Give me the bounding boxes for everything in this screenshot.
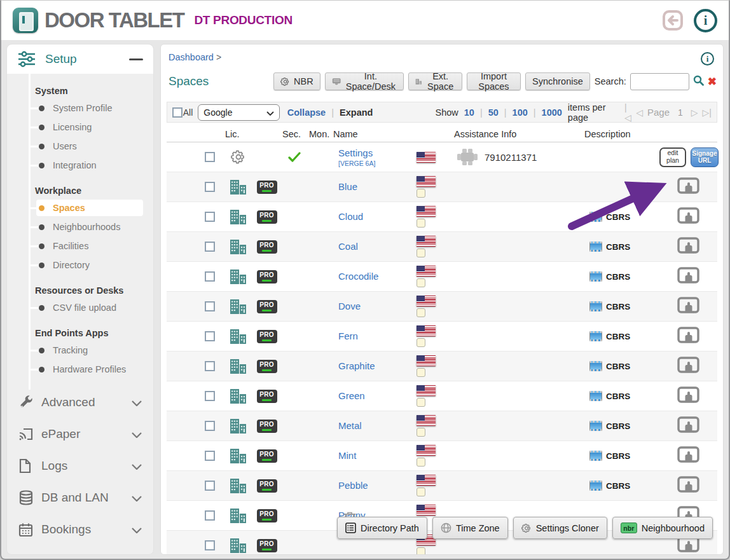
search-input[interactable]: [630, 73, 689, 90]
sidebar-menu-db-and-lan[interactable]: DB and LAN: [7, 482, 153, 514]
sidebar-item-system-profile[interactable]: System Profile: [7, 99, 153, 118]
sidebar-setup-header[interactable]: Setup: [7, 44, 153, 74]
edit-plan-button[interactable]: edit plan: [659, 147, 686, 167]
last-page-icon[interactable]: ▷|: [703, 107, 712, 118]
signage-tablet-icon[interactable]: [677, 327, 700, 346]
footer-toolbar: Directory Path Time Zone Settings Cloner…: [337, 517, 713, 539]
space-name-link[interactable]: Green: [338, 390, 365, 401]
row-checkbox[interactable]: [205, 212, 215, 222]
sidebar-item-neighbourhoods[interactable]: Neighbourhoods: [7, 217, 153, 236]
signage-tablet-icon[interactable]: [677, 386, 700, 406]
first-page-icon[interactable]: |◁: [624, 102, 631, 123]
collapse-minus-icon[interactable]: [129, 58, 143, 60]
description-text: CBRS: [606, 362, 630, 371]
synchronise-button[interactable]: Synchronise: [525, 72, 590, 90]
page-size-10[interactable]: 10: [464, 107, 474, 118]
page-size-1000[interactable]: 1000: [542, 107, 562, 118]
sidebar-item-directory[interactable]: Directory: [7, 256, 153, 275]
row-checkbox[interactable]: [205, 271, 215, 282]
signage-tablet-icon[interactable]: [677, 446, 700, 465]
row-checkbox[interactable]: [205, 242, 215, 252]
space-name-link[interactable]: Settings: [338, 147, 373, 158]
search-icon[interactable]: [693, 75, 704, 88]
row-checkbox[interactable]: [205, 152, 215, 162]
row-flag-checkbox[interactable]: [417, 338, 425, 347]
row-flag-checkbox[interactable]: [417, 189, 425, 198]
space-name-link[interactable]: Crocodile: [338, 271, 378, 282]
sidebar-item-csv-file-upload[interactable]: CSV file upload: [7, 298, 153, 317]
sidebar-item-spaces[interactable]: Spaces: [7, 198, 153, 217]
group-select[interactable]: Google: [198, 104, 279, 121]
time-zone-button[interactable]: Time Zone: [432, 517, 508, 539]
space-name-link[interactable]: Metal: [338, 420, 362, 431]
signage-tablet-icon[interactable]: [677, 237, 700, 256]
space-name-link[interactable]: Blue: [338, 181, 357, 192]
signage-tablet-icon[interactable]: [677, 207, 700, 226]
ext-space-button[interactable]: Ext. Space: [408, 72, 462, 90]
row-checkbox[interactable]: [205, 510, 215, 521]
row-flag-checkbox[interactable]: [417, 368, 425, 377]
row-flag-checkbox[interactable]: [417, 308, 425, 317]
nbr-button[interactable]: NBR: [273, 72, 320, 90]
space-name-link[interactable]: Fern: [338, 331, 358, 341]
row-checkbox[interactable]: [205, 331, 215, 341]
row-flag-checkbox[interactable]: [417, 488, 425, 496]
signage-tablet-icon[interactable]: [677, 476, 700, 495]
int-space-desk-button[interactable]: Int. Space/Desk: [325, 72, 404, 90]
sidebar-item-facilities[interactable]: Facilities: [7, 236, 153, 256]
space-name-link[interactable]: Graphite: [338, 360, 375, 371]
row-checkbox[interactable]: [205, 451, 215, 461]
space-name-link[interactable]: Pebble: [338, 480, 368, 491]
sidebar-item-users[interactable]: Users: [7, 137, 153, 156]
sidebar-item-integration[interactable]: Integration: [7, 156, 153, 175]
row-checkbox[interactable]: [205, 540, 215, 550]
clear-search-icon[interactable]: ✖: [708, 76, 717, 87]
breadcrumb[interactable]: Dashboard: [169, 52, 214, 62]
row-flag-checkbox[interactable]: [417, 398, 425, 407]
signage-tablet-icon[interactable]: [677, 297, 700, 316]
signage-tablet-icon[interactable]: [677, 267, 700, 286]
description-text: CBRS: [606, 451, 630, 461]
logout-icon[interactable]: [662, 10, 684, 31]
space-name-link[interactable]: Mint: [338, 450, 356, 461]
row-checkbox[interactable]: [205, 301, 215, 311]
space-name-link[interactable]: Coal: [338, 241, 358, 252]
signage-url-button[interactable]: Signage URL: [691, 147, 719, 167]
page-size-50[interactable]: 50: [488, 107, 499, 118]
next-page-icon[interactable]: ▷: [691, 107, 698, 118]
prev-page-icon[interactable]: ◁: [636, 107, 643, 118]
row-checkbox[interactable]: [205, 481, 215, 491]
sidebar-menu-bookings[interactable]: Bookings: [7, 514, 153, 545]
signage-tablet-icon[interactable]: [677, 357, 700, 376]
row-flag-checkbox[interactable]: [417, 547, 425, 555]
row-checkbox[interactable]: [205, 361, 215, 371]
row-checkbox[interactable]: [205, 391, 215, 401]
neighbourhood-button[interactable]: nbr Neighbourhood: [612, 517, 713, 539]
row-flag-checkbox[interactable]: [417, 458, 425, 467]
info-icon[interactable]: i: [701, 52, 714, 65]
space-name-link[interactable]: Cloud: [338, 211, 363, 222]
signage-tablet-icon[interactable]: [677, 177, 700, 196]
import-spaces-button[interactable]: Import Spaces: [467, 72, 521, 90]
sidebar-item-tracking[interactable]: Tracking: [7, 341, 153, 360]
select-all-checkbox[interactable]: [172, 107, 182, 118]
sidebar-menu-epaper[interactable]: ePaper: [7, 418, 153, 450]
expand-link[interactable]: Expand: [340, 107, 373, 118]
row-flag-checkbox[interactable]: [417, 219, 425, 228]
row-flag-checkbox[interactable]: [417, 249, 425, 257]
settings-cloner-button[interactable]: Settings Cloner: [513, 517, 607, 539]
sidebar-menu-advanced[interactable]: Advanced: [7, 386, 153, 418]
space-name-link[interactable]: Dove: [338, 301, 361, 311]
page-size-100[interactable]: 100: [513, 107, 528, 118]
row-checkbox[interactable]: [205, 421, 215, 431]
signage-tablet-icon[interactable]: [677, 416, 700, 435]
sidebar-item-hardware-profiles[interactable]: Hardware Profiles: [7, 360, 153, 379]
info-icon[interactable]: i: [694, 9, 717, 32]
row-flag-checkbox[interactable]: [417, 278, 425, 287]
row-checkbox[interactable]: [205, 182, 215, 192]
directory-path-button[interactable]: Directory Path: [337, 517, 427, 539]
sidebar-menu-logs[interactable]: Logs: [7, 450, 153, 482]
row-flag-checkbox[interactable]: [417, 428, 425, 437]
sidebar-item-licensing[interactable]: Licensing: [7, 118, 153, 137]
collapse-link[interactable]: Collapse: [287, 107, 326, 118]
